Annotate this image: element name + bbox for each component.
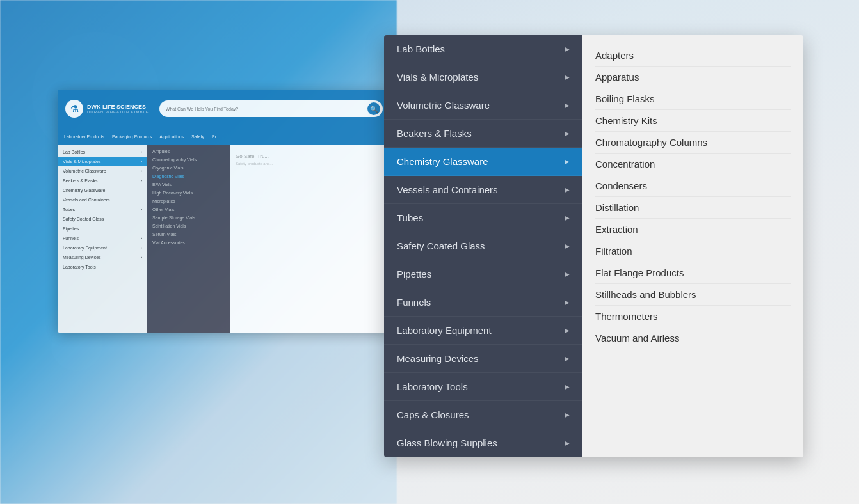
small-item-lab-equip-s[interactable]: Laboratory Equipment › xyxy=(58,243,147,253)
small-search-bar[interactable]: 🔍 xyxy=(159,100,383,117)
small-col3-text: Go Safe. Tru... xyxy=(236,154,385,159)
small-col1: Lab Bottles › Vials & Microplates › Volu… xyxy=(58,145,147,333)
menu-item-vessels[interactable]: Vessels and Containers ▶ xyxy=(384,176,582,204)
menu-item-label-tubes: Tubes xyxy=(397,212,423,223)
arrow-volumetric: ▶ xyxy=(565,102,570,109)
submenu-apparatus[interactable]: Apparatus xyxy=(595,67,791,88)
menu-right-column: Adapters Apparatus Boiling Flasks Chemis… xyxy=(582,35,803,457)
submenu-boiling-flasks[interactable]: Boiling Flasks xyxy=(595,88,791,110)
menu-item-label-pipettes: Pipettes xyxy=(397,269,431,280)
small-sub-diag[interactable]: Diagnostic Vials xyxy=(147,172,230,180)
small-website-panel: ⚗ DWK LIFE SCIENCES DURAN WHEATON KIMBLE… xyxy=(58,90,390,333)
submenu-chemistry-kits[interactable]: Chemistry Kits xyxy=(595,110,791,132)
menu-item-label-vessels: Vessels and Containers xyxy=(397,184,498,195)
small-sub-accessories[interactable]: Vial Accessories xyxy=(147,239,230,247)
menu-item-label-vials-micro: Vials & Microplates xyxy=(397,72,478,83)
menu-item-pipettes[interactable]: Pipettes ▶ xyxy=(384,260,582,288)
small-sub-high-rec[interactable]: High Recovery Vials xyxy=(147,189,230,197)
small-sub-cryo[interactable]: Cryogenic Vials xyxy=(147,164,230,172)
arrow-chem-glassware: ▶ xyxy=(565,158,570,165)
small-nav-item-5[interactable]: Pr... xyxy=(212,134,220,139)
arrow-funnels: ▶ xyxy=(565,299,570,306)
menu-item-caps[interactable]: Caps & Closures ▶ xyxy=(384,401,582,429)
menu-item-vials-micro[interactable]: Vials & Microplates ▶ xyxy=(384,63,582,91)
small-sub-serum[interactable]: Serum Vials xyxy=(147,230,230,239)
submenu-stillheads[interactable]: Stillheads and Bubblers xyxy=(595,284,791,306)
small-item-lab-tools-s[interactable]: Laboratory Tools xyxy=(58,262,147,272)
small-col3: Go Safe. Tru... Safety products and... xyxy=(230,145,390,333)
arrow-vials-micro: ▶ xyxy=(565,74,570,81)
menu-item-lab-tools[interactable]: Laboratory Tools ▶ xyxy=(384,373,582,401)
small-logo-sub: DURAN WHEATON KIMBLE xyxy=(87,110,149,114)
submenu-vacuum[interactable]: Vacuum and Airless xyxy=(595,327,791,349)
small-nav-item-3[interactable]: Applications xyxy=(159,134,184,139)
small-sub-ampules[interactable]: Ampules xyxy=(147,147,230,155)
menu-item-label-lab-equipment: Laboratory Equipment xyxy=(397,325,492,336)
menu-item-tubes[interactable]: Tubes ▶ xyxy=(384,204,582,232)
small-sub-epa[interactable]: EPA Vials xyxy=(147,180,230,189)
small-sub-other[interactable]: Other Vials xyxy=(147,205,230,214)
small-search-input[interactable] xyxy=(159,100,383,117)
small-logo: ⚗ DWK LIFE SCIENCES DURAN WHEATON KIMBLE xyxy=(65,100,149,118)
menu-item-funnels[interactable]: Funnels ▶ xyxy=(384,288,582,317)
small-item-volumetric[interactable]: Volumetric Glassware › xyxy=(58,166,147,176)
submenu-chrom-columns[interactable]: Chromatography Columns xyxy=(595,132,791,154)
menu-item-lab-equipment[interactable]: Laboratory Equipment ▶ xyxy=(384,317,582,345)
small-item-vessels[interactable]: Vessels and Containers xyxy=(58,195,147,205)
menu-item-glass-blowing[interactable]: Glass Blowing Supplies ▶ xyxy=(384,429,582,457)
menu-item-beakers-flasks[interactable]: Beakers & Flasks ▶ xyxy=(384,120,582,148)
small-item-funnels-s[interactable]: Funnels › xyxy=(58,233,147,243)
arrow-measuring: ▶ xyxy=(565,355,570,362)
arrow-tubes: ▶ xyxy=(565,214,570,221)
submenu-thermometers[interactable]: Thermometers xyxy=(595,306,791,327)
small-search-button[interactable]: 🔍 xyxy=(367,102,380,115)
arrow-lab-bottles: ▶ xyxy=(565,45,570,52)
small-logo-text: DWK LIFE SCIENCES xyxy=(87,104,149,111)
submenu-adapters[interactable]: Adapters xyxy=(595,45,791,67)
menu-item-label-lab-bottles: Lab Bottles xyxy=(397,43,445,54)
arrow-lab-tools: ▶ xyxy=(565,383,570,390)
small-col2: Ampules Chromatography Vials Cryogenic V… xyxy=(147,145,230,333)
small-item-tubes[interactable]: Tubes › xyxy=(58,205,147,214)
menu-item-label-lab-tools: Laboratory Tools xyxy=(397,381,468,392)
menu-item-label-glass-blowing: Glass Blowing Supplies xyxy=(397,437,497,448)
menu-item-measuring[interactable]: Measuring Devices ▶ xyxy=(384,345,582,373)
menu-item-label-volumetric: Volumetric Glassware xyxy=(397,100,490,111)
small-item-pipettes-s[interactable]: Pipettes xyxy=(58,224,147,233)
menu-item-label-funnels: Funnels xyxy=(397,297,431,308)
submenu-flat-flange[interactable]: Flat Flange Products xyxy=(595,262,791,284)
small-item-vials[interactable]: Vials & Microplates › xyxy=(58,157,147,166)
small-item-chem-glass[interactable]: Chemistry Glassware xyxy=(58,185,147,195)
menu-item-label-measuring: Measuring Devices xyxy=(397,353,479,364)
small-item-lab-bottles[interactable]: Lab Bottles › xyxy=(58,147,147,157)
arrow-vessels: ▶ xyxy=(565,186,570,193)
arrow-safety-coated: ▶ xyxy=(565,242,570,249)
small-sub-scintill[interactable]: Scintillation Vials xyxy=(147,222,230,230)
small-sub-chrom[interactable]: Chromatography Vials xyxy=(147,155,230,164)
submenu-condensers[interactable]: Condensers xyxy=(595,175,791,197)
small-item-measuring-s[interactable]: Measuring Devices › xyxy=(58,253,147,262)
menu-item-chem-glassware[interactable]: Chemistry Glassware ▶ xyxy=(384,148,582,176)
small-item-safety[interactable]: Safety Coated Glass xyxy=(58,214,147,224)
submenu-filtration[interactable]: Filtration xyxy=(595,240,791,262)
small-nav-item-2[interactable]: Packaging Products xyxy=(112,134,152,139)
menu-item-safety-coated[interactable]: Safety Coated Glass ▶ xyxy=(384,232,582,260)
menu-item-label-caps: Caps & Closures xyxy=(397,409,469,420)
small-logo-icon: ⚗ xyxy=(65,100,83,118)
submenu-distillation[interactable]: Distillation xyxy=(595,197,791,219)
small-nav-item-4[interactable]: Safety xyxy=(191,134,204,139)
menu-left-column: Lab Bottles ▶ Vials & Microplates ▶ Volu… xyxy=(384,35,582,457)
arrow-glass-blowing: ▶ xyxy=(565,439,570,446)
submenu-concentration[interactable]: Concentration xyxy=(595,154,791,175)
menu-item-lab-bottles[interactable]: Lab Bottles ▶ xyxy=(384,35,582,63)
small-nav-item-1[interactable]: Laboratory Products xyxy=(64,134,104,139)
small-hero-sub: Safety products and... xyxy=(236,162,385,166)
small-sub-microplates[interactable]: Microplates xyxy=(147,197,230,205)
submenu-extraction[interactable]: Extraction xyxy=(595,219,791,240)
small-nav-bar: Laboratory Products Packaging Products A… xyxy=(58,128,390,145)
arrow-caps: ▶ xyxy=(565,411,570,418)
small-item-beakers[interactable]: Beakers & Flasks › xyxy=(58,176,147,185)
main-dropdown: Lab Bottles ▶ Vials & Microplates ▶ Volu… xyxy=(384,35,803,457)
menu-item-volumetric[interactable]: Volumetric Glassware ▶ xyxy=(384,91,582,120)
small-sub-sample[interactable]: Sample Storage Vials xyxy=(147,214,230,222)
